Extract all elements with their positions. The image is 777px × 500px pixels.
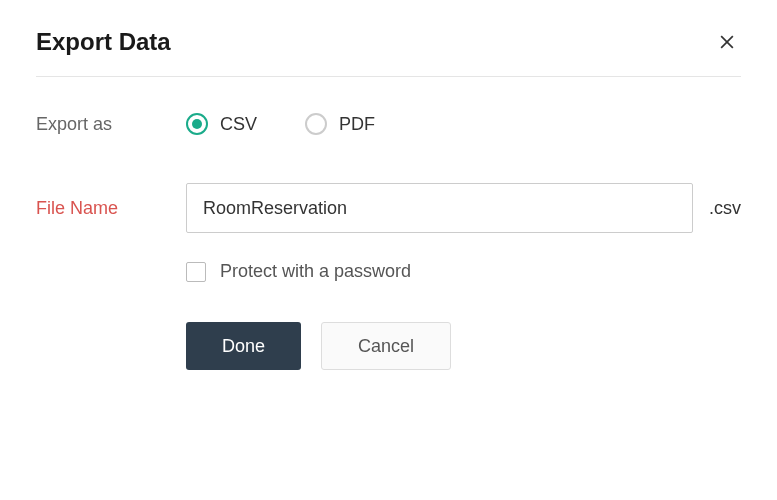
file-name-input[interactable]: [186, 183, 693, 233]
export-as-pdf-label: PDF: [339, 114, 375, 135]
close-icon: [717, 32, 737, 52]
export-as-csv-label: CSV: [220, 114, 257, 135]
file-name-label: File Name: [36, 198, 186, 219]
done-button[interactable]: Done: [186, 322, 301, 370]
radio-selected-icon: [186, 113, 208, 135]
export-as-pdf-option[interactable]: PDF: [305, 113, 375, 135]
protect-password-label: Protect with a password: [220, 261, 411, 282]
dialog-title: Export Data: [36, 28, 171, 56]
export-as-csv-option[interactable]: CSV: [186, 113, 257, 135]
radio-unselected-icon: [305, 113, 327, 135]
protect-password-checkbox[interactable]: [186, 262, 206, 282]
close-button[interactable]: [713, 28, 741, 56]
export-as-label: Export as: [36, 114, 186, 135]
cancel-button[interactable]: Cancel: [321, 322, 451, 370]
export-as-radio-group: CSV PDF: [186, 113, 375, 135]
file-extension-label: .csv: [709, 198, 741, 219]
